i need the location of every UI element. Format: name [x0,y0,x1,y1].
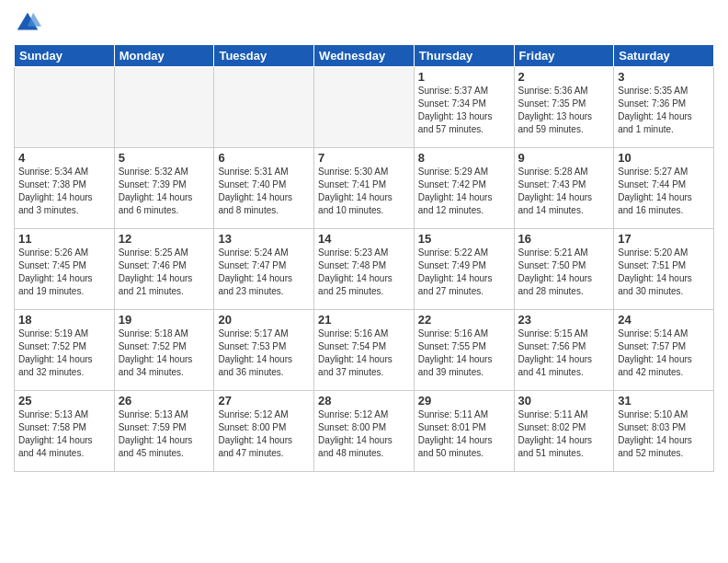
day-info: Sunrise: 5:16 AM Sunset: 7:55 PM Dayligh… [418,327,510,379]
day-info: Sunrise: 5:11 AM Sunset: 8:01 PM Dayligh… [418,408,510,460]
calendar-cell: 19Sunrise: 5:18 AM Sunset: 7:52 PM Dayli… [114,310,214,391]
day-number: 14 [318,232,410,246]
calendar-cell: 22Sunrise: 5:16 AM Sunset: 7:55 PM Dayli… [414,310,514,391]
calendar-cell [214,67,314,148]
calendar-cell: 6Sunrise: 5:31 AM Sunset: 7:40 PM Daylig… [214,148,314,229]
day-number: 24 [618,313,710,327]
day-number: 12 [119,232,210,246]
day-number: 23 [518,313,610,327]
calendar-week: 25Sunrise: 5:13 AM Sunset: 7:58 PM Dayli… [15,391,714,472]
day-info: Sunrise: 5:19 AM Sunset: 7:52 PM Dayligh… [18,327,110,379]
day-info: Sunrise: 5:32 AM Sunset: 7:39 PM Dayligh… [119,166,210,217]
calendar-cell: 18Sunrise: 5:19 AM Sunset: 7:52 PM Dayli… [15,310,115,391]
calendar-week: 18Sunrise: 5:19 AM Sunset: 7:52 PM Dayli… [15,310,714,391]
day-info: Sunrise: 5:23 AM Sunset: 7:48 PM Dayligh… [318,247,410,298]
day-number: 16 [518,232,610,246]
day-number: 20 [218,313,310,327]
calendar-week: 4Sunrise: 5:34 AM Sunset: 7:38 PM Daylig… [15,148,714,229]
day-info: Sunrise: 5:36 AM Sunset: 7:35 PM Dayligh… [518,85,610,136]
calendar-cell [314,67,415,148]
calendar-cell: 26Sunrise: 5:13 AM Sunset: 7:59 PM Dayli… [114,391,214,472]
day-info: Sunrise: 5:17 AM Sunset: 7:53 PM Dayligh… [218,327,310,379]
calendar-cell: 25Sunrise: 5:13 AM Sunset: 7:58 PM Dayli… [15,391,115,472]
day-number: 26 [119,394,210,408]
day-info: Sunrise: 5:11 AM Sunset: 8:02 PM Dayligh… [518,408,610,460]
calendar-body: 1Sunrise: 5:37 AM Sunset: 7:34 PM Daylig… [15,67,714,472]
calendar-cell: 14Sunrise: 5:23 AM Sunset: 7:48 PM Dayli… [314,229,415,310]
day-info: Sunrise: 5:13 AM Sunset: 7:58 PM Dayligh… [18,408,110,460]
calendar-cell: 20Sunrise: 5:17 AM Sunset: 7:53 PM Dayli… [214,310,314,391]
calendar-cell: 11Sunrise: 5:26 AM Sunset: 7:45 PM Dayli… [15,229,115,310]
day-number: 13 [218,232,310,246]
day-info: Sunrise: 5:12 AM Sunset: 8:00 PM Dayligh… [218,408,310,460]
header [14,9,714,37]
calendar-cell: 10Sunrise: 5:27 AM Sunset: 7:44 PM Dayli… [614,148,714,229]
calendar-cell: 8Sunrise: 5:29 AM Sunset: 7:42 PM Daylig… [414,148,514,229]
calendar-cell: 13Sunrise: 5:24 AM Sunset: 7:47 PM Dayli… [214,229,314,310]
day-number: 30 [518,394,610,408]
calendar-week: 11Sunrise: 5:26 AM Sunset: 7:45 PM Dayli… [15,229,714,310]
weekday-header: Friday [514,45,614,67]
calendar-cell [114,67,214,148]
day-info: Sunrise: 5:35 AM Sunset: 7:36 PM Dayligh… [618,85,710,136]
day-info: Sunrise: 5:31 AM Sunset: 7:40 PM Dayligh… [218,166,310,217]
day-info: Sunrise: 5:37 AM Sunset: 7:34 PM Dayligh… [418,85,510,136]
calendar-cell: 4Sunrise: 5:34 AM Sunset: 7:38 PM Daylig… [15,148,115,229]
day-number: 29 [418,394,510,408]
calendar-cell: 3Sunrise: 5:35 AM Sunset: 7:36 PM Daylig… [614,67,714,148]
day-number: 6 [218,151,310,165]
day-info: Sunrise: 5:27 AM Sunset: 7:44 PM Dayligh… [618,166,710,217]
day-number: 2 [518,70,610,84]
day-number: 19 [119,313,210,327]
day-number: 1 [418,70,510,84]
day-number: 5 [119,151,210,165]
day-info: Sunrise: 5:22 AM Sunset: 7:49 PM Dayligh… [418,247,510,298]
day-info: Sunrise: 5:20 AM Sunset: 7:51 PM Dayligh… [618,247,710,298]
day-number: 15 [418,232,510,246]
page: SundayMondayTuesdayWednesdayThursdayFrid… [0,0,728,563]
calendar-cell: 21Sunrise: 5:16 AM Sunset: 7:54 PM Dayli… [314,310,415,391]
day-number: 25 [18,394,110,408]
calendar-cell: 2Sunrise: 5:36 AM Sunset: 7:35 PM Daylig… [514,67,614,148]
weekday-header: Thursday [414,45,514,67]
calendar-cell: 28Sunrise: 5:12 AM Sunset: 8:00 PM Dayli… [314,391,415,472]
day-number: 17 [618,232,710,246]
calendar-cell: 12Sunrise: 5:25 AM Sunset: 7:46 PM Dayli… [114,229,214,310]
calendar: SundayMondayTuesdayWednesdayThursdayFrid… [14,44,714,472]
day-info: Sunrise: 5:24 AM Sunset: 7:47 PM Dayligh… [218,247,310,298]
day-number: 3 [618,70,710,84]
weekday-header: Monday [114,45,214,67]
calendar-cell: 9Sunrise: 5:28 AM Sunset: 7:43 PM Daylig… [514,148,614,229]
day-info: Sunrise: 5:10 AM Sunset: 8:03 PM Dayligh… [618,408,710,460]
day-number: 18 [18,313,110,327]
weekday-header: Tuesday [214,45,314,67]
calendar-cell: 30Sunrise: 5:11 AM Sunset: 8:02 PM Dayli… [514,391,614,472]
calendar-cell: 27Sunrise: 5:12 AM Sunset: 8:00 PM Dayli… [214,391,314,472]
day-number: 7 [318,151,410,165]
day-info: Sunrise: 5:13 AM Sunset: 7:59 PM Dayligh… [119,408,210,460]
day-number: 22 [418,313,510,327]
calendar-cell: 24Sunrise: 5:14 AM Sunset: 7:57 PM Dayli… [614,310,714,391]
day-info: Sunrise: 5:29 AM Sunset: 7:42 PM Dayligh… [418,166,510,217]
calendar-cell: 7Sunrise: 5:30 AM Sunset: 7:41 PM Daylig… [314,148,415,229]
day-number: 8 [418,151,510,165]
day-info: Sunrise: 5:12 AM Sunset: 8:00 PM Dayligh… [318,408,410,460]
day-number: 4 [18,151,110,165]
day-info: Sunrise: 5:16 AM Sunset: 7:54 PM Dayligh… [318,327,410,379]
day-number: 11 [18,232,110,246]
day-info: Sunrise: 5:34 AM Sunset: 7:38 PM Dayligh… [18,166,110,217]
day-number: 10 [618,151,710,165]
day-info: Sunrise: 5:26 AM Sunset: 7:45 PM Dayligh… [18,247,110,298]
day-info: Sunrise: 5:21 AM Sunset: 7:50 PM Dayligh… [518,247,610,298]
calendar-cell: 17Sunrise: 5:20 AM Sunset: 7:51 PM Dayli… [614,229,714,310]
weekday-header: Wednesday [314,45,415,67]
day-info: Sunrise: 5:15 AM Sunset: 7:56 PM Dayligh… [518,327,610,379]
weekday-header: Sunday [15,45,115,67]
calendar-cell: 23Sunrise: 5:15 AM Sunset: 7:56 PM Dayli… [514,310,614,391]
day-number: 9 [518,151,610,165]
logo [14,9,45,37]
calendar-cell: 5Sunrise: 5:32 AM Sunset: 7:39 PM Daylig… [114,148,214,229]
day-info: Sunrise: 5:30 AM Sunset: 7:41 PM Dayligh… [318,166,410,217]
day-number: 21 [318,313,410,327]
weekday-header: Saturday [614,45,714,67]
